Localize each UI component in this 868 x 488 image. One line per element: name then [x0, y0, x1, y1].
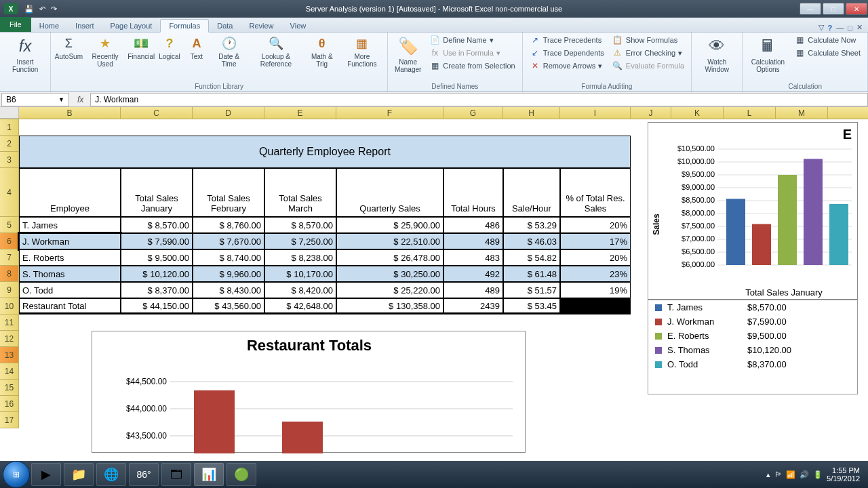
row-header-13[interactable]: 13: [0, 347, 19, 363]
total-h[interactable]: 2439: [443, 298, 503, 314]
emp-cell[interactable]: T. James: [19, 217, 121, 233]
q-cell[interactable]: $ 25,900.00: [336, 217, 443, 233]
chart-employee-sales[interactable]: E Sales $10,500.00$10,000.00$9,500.00$9,…: [648, 122, 858, 300]
calculation-options-button[interactable]: 🖩Calculation Options: [747, 34, 789, 75]
col-header-M[interactable]: M: [776, 107, 828, 119]
tab-page-layout[interactable]: Page Layout: [102, 20, 161, 32]
show-formulas-button[interactable]: 📋Show Formulas: [610, 34, 687, 46]
tab-data[interactable]: Data: [209, 20, 241, 32]
row-header-5[interactable]: 5: [0, 217, 19, 233]
sh-cell[interactable]: $ 46.03: [503, 233, 560, 249]
row-header-9[interactable]: 9: [0, 282, 19, 298]
system-tray[interactable]: ▴ 🏳 📶 🔊 🔋 1:55 PM 5/19/2012: [766, 466, 865, 483]
remove-arrows-button[interactable]: ✕Remove Arrows ▾: [527, 60, 607, 72]
minimize-button[interactable]: —: [800, 3, 821, 15]
autosum-button[interactable]: ΣAutoSum: [55, 34, 82, 62]
h-cell[interactable]: 489: [443, 233, 503, 249]
col-header-G[interactable]: G: [443, 107, 503, 119]
h-cell[interactable]: 492: [443, 266, 503, 282]
report-title[interactable]: Quarterly Employee Report: [19, 136, 631, 168]
workbook-restore-icon[interactable]: □: [848, 24, 852, 32]
row-header-17[interactable]: 17: [0, 412, 19, 428]
sh-cell[interactable]: $ 51.57: [503, 282, 560, 298]
spreadsheet-grid[interactable]: BCDEFGHIJKLM 1234567891011121314151617 Q…: [0, 107, 868, 473]
lookup-button[interactable]: 🔍Lookup & Reference: [249, 34, 303, 69]
jan-cell[interactable]: $ 10,120.00: [121, 266, 193, 282]
tab-home[interactable]: Home: [31, 20, 67, 32]
sh-cell[interactable]: $ 61.48: [503, 266, 560, 282]
total-q[interactable]: $ 130,358.00: [336, 298, 443, 314]
col-header-K[interactable]: K: [671, 107, 724, 119]
col-header-E[interactable]: E: [264, 107, 336, 119]
total-mar[interactable]: $ 42,648.00: [264, 298, 336, 314]
tab-insert[interactable]: Insert: [67, 20, 102, 32]
dropdown-icon[interactable]: ▼: [58, 96, 64, 103]
jan-cell[interactable]: $ 8,370.00: [121, 282, 193, 298]
taskbar-excel[interactable]: 📊: [194, 463, 224, 486]
header-cell[interactable]: Quarterly Sales: [336, 168, 443, 217]
qat-undo-icon[interactable]: ↶: [37, 5, 48, 14]
workbook-minimize-icon[interactable]: —: [836, 24, 844, 32]
start-button[interactable]: ⊞: [3, 461, 30, 488]
tab-formulas[interactable]: Formulas: [160, 19, 209, 33]
row-header-8[interactable]: 8: [0, 266, 19, 282]
name-manager-button[interactable]: 🏷️Name Manager: [392, 34, 424, 75]
watch-window-button[interactable]: 👁Watch Window: [696, 34, 738, 75]
minimize-ribbon-icon[interactable]: ▽: [818, 23, 824, 32]
select-all-corner[interactable]: [0, 107, 19, 119]
maximize-button[interactable]: □: [823, 3, 844, 15]
tray-flag-icon[interactable]: 🏳: [774, 470, 782, 479]
feb-cell[interactable]: $ 8,760.00: [193, 217, 264, 233]
workbook-close-icon[interactable]: ✕: [856, 23, 863, 32]
q-cell[interactable]: $ 25,220.00: [336, 282, 443, 298]
row-header-14[interactable]: 14: [0, 363, 19, 380]
header-cell[interactable]: Total Sales February: [193, 168, 264, 217]
total-feb[interactable]: $ 43,560.00: [193, 298, 264, 314]
col-header-B[interactable]: B: [19, 107, 121, 119]
pct-cell[interactable]: 19%: [560, 282, 631, 298]
row-header-3[interactable]: 3: [0, 152, 19, 168]
tray-network-icon[interactable]: 📶: [786, 470, 795, 479]
fx-icon[interactable]: fx: [71, 95, 90, 104]
more-functions-button[interactable]: ▦More Functions: [341, 34, 383, 69]
h-cell[interactable]: 489: [443, 282, 503, 298]
emp-cell[interactable]: S. Thomas: [19, 266, 121, 282]
qat-save-icon[interactable]: 💾: [22, 5, 37, 14]
col-header-L[interactable]: L: [724, 107, 776, 119]
col-header-I[interactable]: I: [560, 107, 631, 119]
row-header-2[interactable]: 2: [0, 136, 19, 152]
col-header-F[interactable]: F: [336, 107, 443, 119]
tray-battery-icon[interactable]: 🔋: [813, 470, 823, 479]
sh-cell[interactable]: $ 54.82: [503, 249, 560, 266]
evaluate-formula-button[interactable]: 🔍Evaluate Formula: [610, 60, 687, 72]
feb-cell[interactable]: $ 8,740.00: [193, 249, 264, 266]
formula-input[interactable]: J. Workman: [90, 93, 868, 106]
header-cell[interactable]: Sale/Hour: [503, 168, 560, 217]
math-trig-button[interactable]: θMath & Trig: [306, 34, 338, 69]
taskbar-chrome[interactable]: 🌐: [96, 463, 126, 486]
financial-button[interactable]: 💵Financial: [128, 34, 155, 62]
mar-cell[interactable]: $ 8,238.00: [264, 249, 336, 266]
h-cell[interactable]: 483: [443, 249, 503, 266]
jan-cell[interactable]: $ 9,500.00: [121, 249, 193, 266]
name-box[interactable]: B6▼: [1, 93, 69, 106]
pct-cell[interactable]: 17%: [560, 233, 631, 249]
mar-cell[interactable]: $ 7,250.00: [264, 233, 336, 249]
emp-cell[interactable]: O. Todd: [19, 282, 121, 298]
qat-redo-icon[interactable]: ↷: [48, 5, 60, 14]
header-cell[interactable]: Total Sales March: [264, 168, 336, 217]
taskbar-app2[interactable]: 🟢: [226, 463, 256, 486]
taskbar-weather[interactable]: 86°: [129, 463, 159, 486]
tab-review[interactable]: Review: [241, 20, 281, 32]
mar-cell[interactable]: $ 8,420.00: [264, 282, 336, 298]
q-cell[interactable]: $ 22,510.00: [336, 233, 443, 249]
tab-file[interactable]: File: [0, 17, 31, 32]
mar-cell[interactable]: $ 10,170.00: [264, 266, 336, 282]
row-header-12[interactable]: 12: [0, 331, 19, 347]
emp-cell[interactable]: E. Roberts: [19, 249, 121, 266]
pct-cell[interactable]: 20%: [560, 217, 631, 233]
trace-dependents-button[interactable]: ↙Trace Dependents: [527, 47, 607, 59]
define-name-button[interactable]: 📄Define Name ▾: [427, 34, 517, 46]
use-in-formula-button[interactable]: fxUse in Formula ▾: [427, 47, 517, 59]
row-header-16[interactable]: 16: [0, 396, 19, 412]
